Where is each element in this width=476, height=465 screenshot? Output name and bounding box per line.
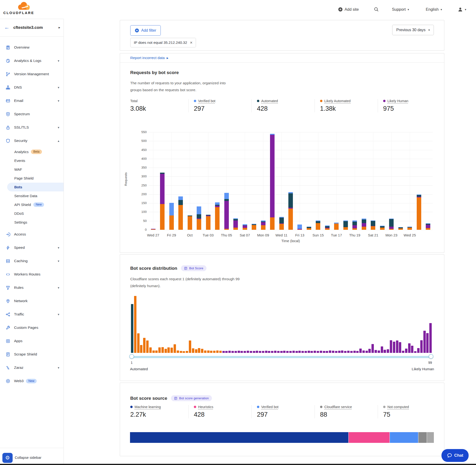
- sidebar-item-access[interactable]: Access: [0, 228, 63, 241]
- sidebar-subitem-bots[interactable]: Bots: [7, 183, 63, 191]
- chart-bar[interactable]: [297, 224, 302, 230]
- chart-bar[interactable]: [316, 221, 320, 230]
- chart-bar[interactable]: [334, 223, 338, 230]
- search-button[interactable]: [374, 0, 379, 19]
- histogram-bar[interactable]: [359, 349, 362, 353]
- histogram-bar[interactable]: [268, 351, 270, 353]
- chart-bar[interactable]: [233, 218, 238, 230]
- sidebar-subitem-page-shield[interactable]: Page Shield: [0, 174, 63, 183]
- histogram-bar[interactable]: [149, 347, 152, 353]
- chart-bar[interactable]: [343, 221, 348, 230]
- sidebar-item-rules[interactable]: Rules▾: [0, 281, 63, 294]
- sidebar-subitem-api-shield[interactable]: API ShieldNew: [0, 200, 63, 209]
- histogram-bar[interactable]: [384, 350, 386, 353]
- histogram-bar[interactable]: [250, 351, 252, 353]
- histogram-bar[interactable]: [399, 342, 401, 353]
- histogram-bar[interactable]: [298, 351, 301, 353]
- histogram-bar[interactable]: [408, 343, 411, 353]
- histogram-bar[interactable]: [161, 347, 164, 353]
- histogram-bar[interactable]: [326, 351, 328, 353]
- add-site-button[interactable]: Add site: [338, 0, 359, 19]
- sidebar-item-ssl-tls[interactable]: SSL/TLS▾: [0, 121, 63, 134]
- histogram-bar[interactable]: [411, 346, 413, 353]
- collapse-sidebar-button[interactable]: Collapse sidebar: [15, 455, 42, 460]
- chart-bar[interactable]: [389, 219, 394, 230]
- histogram-bar[interactable]: [314, 351, 316, 353]
- sidebar-item-custom-pages[interactable]: Custom Pages: [0, 321, 63, 334]
- histogram-bar[interactable]: [393, 342, 395, 353]
- histogram-bar[interactable]: [265, 351, 267, 353]
- histogram-bar[interactable]: [225, 351, 228, 353]
- histogram-bar[interactable]: [170, 348, 173, 353]
- histogram-bar[interactable]: [280, 351, 283, 353]
- histogram-bar[interactable]: [210, 351, 212, 353]
- sidebar-item-traffic[interactable]: Traffic▾: [0, 308, 63, 321]
- chart-bar[interactable]: [206, 215, 211, 230]
- sidebar-item-caching[interactable]: Caching▾: [0, 254, 63, 268]
- histogram-bar[interactable]: [192, 348, 194, 353]
- histogram-bar[interactable]: [186, 351, 188, 353]
- histogram-bar[interactable]: [228, 351, 231, 353]
- histogram-bar[interactable]: [350, 351, 353, 353]
- chart-bar[interactable]: [407, 227, 412, 230]
- sidebar-item-web3[interactable]: Web3New: [0, 374, 63, 388]
- histogram-bar[interactable]: [143, 338, 146, 353]
- histogram-bar[interactable]: [423, 331, 426, 353]
- chart-bar[interactable]: [215, 202, 220, 230]
- histogram-bar[interactable]: [310, 351, 313, 353]
- histogram-bar[interactable]: [131, 304, 133, 353]
- histogram-bar[interactable]: [201, 349, 203, 353]
- chart-bar[interactable]: [398, 227, 403, 230]
- histogram-bar[interactable]: [378, 350, 380, 353]
- histogram-bar[interactable]: [362, 350, 365, 353]
- chart-bar[interactable]: [362, 219, 366, 230]
- histogram-bar[interactable]: [241, 351, 243, 353]
- histogram-bar[interactable]: [296, 351, 298, 353]
- chart-bar[interactable]: [243, 224, 247, 230]
- histogram-bar[interactable]: [134, 296, 137, 353]
- histogram-bar[interactable]: [198, 348, 200, 353]
- sidebar-subitem-events[interactable]: Events: [0, 156, 63, 165]
- chart-bar[interactable]: [426, 223, 430, 230]
- histogram-bar[interactable]: [371, 344, 374, 353]
- remove-filter-icon[interactable]: ×: [190, 41, 193, 45]
- histogram-bar[interactable]: [243, 351, 246, 353]
- histogram-bar[interactable]: [396, 340, 398, 353]
- chart-bar[interactable]: [261, 221, 265, 230]
- chart-bar[interactable]: [325, 225, 329, 230]
- histogram-bar[interactable]: [259, 351, 261, 353]
- histogram-bar[interactable]: [152, 350, 155, 353]
- slider-handle-min[interactable]: [129, 354, 134, 359]
- histogram-bar[interactable]: [375, 350, 377, 353]
- histogram-bar[interactable]: [426, 333, 429, 353]
- histogram-bar[interactable]: [402, 351, 404, 353]
- histogram-bar[interactable]: [335, 351, 338, 353]
- sidebar-item-overview[interactable]: Overview: [0, 41, 63, 54]
- chart-bar[interactable]: [252, 224, 256, 230]
- histogram-bar[interactable]: [429, 323, 432, 353]
- histogram-bar[interactable]: [238, 351, 240, 353]
- site-switcher[interactable]: ← cftestsite3.com ▸: [0, 19, 63, 37]
- histogram-bar[interactable]: [405, 349, 407, 353]
- bot-score-doc-badge[interactable]: Bot Score: [181, 265, 206, 271]
- chart-bar[interactable]: [417, 195, 421, 230]
- sidebar-subitem-sensitive-data[interactable]: Sensitive Data: [0, 191, 63, 200]
- histogram-bar[interactable]: [353, 351, 356, 353]
- add-filter-button[interactable]: Add filter: [130, 25, 161, 36]
- histogram-bar[interactable]: [180, 351, 182, 353]
- histogram-bar[interactable]: [323, 351, 325, 353]
- chart-bar[interactable]: [352, 221, 357, 230]
- chart-bar[interactable]: [371, 221, 375, 230]
- histogram-bar[interactable]: [305, 351, 307, 353]
- histogram-bar[interactable]: [207, 350, 210, 353]
- chart-bar[interactable]: [270, 134, 275, 230]
- histogram-bar[interactable]: [390, 340, 392, 353]
- histogram-bar[interactable]: [366, 351, 368, 353]
- chart-bar[interactable]: [169, 203, 174, 230]
- histogram-bar[interactable]: [387, 349, 389, 353]
- sidebar-item-scrape-shield[interactable]: Scrape Shield: [0, 348, 63, 361]
- histogram-bar[interactable]: [320, 351, 322, 353]
- histogram-bar[interactable]: [341, 350, 343, 353]
- account-menu[interactable]: ▾: [458, 0, 466, 19]
- chevron-right-icon[interactable]: ▸: [59, 25, 60, 29]
